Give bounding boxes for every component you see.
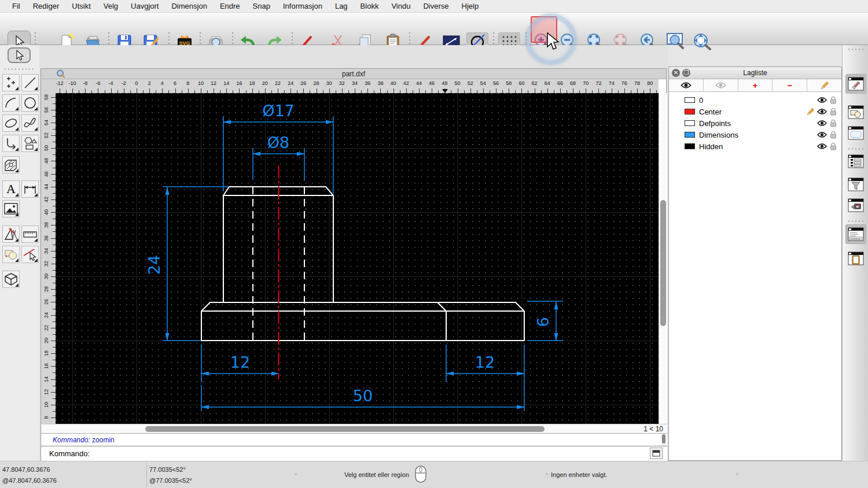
menu-uavgjort[interactable]: Uavgjort [124, 0, 165, 13]
layer-editing-icon [806, 108, 815, 116]
ruler-tick [303, 88, 304, 93]
vertical-scrollbar[interactable] [659, 93, 667, 424]
ruler-label: 74 [605, 80, 618, 86]
selection-filter-panel-button[interactable] [845, 175, 866, 194]
layer-lock-icon[interactable] [830, 142, 837, 150]
layer-list-panel-button[interactable] [845, 151, 866, 171]
circle-tool[interactable] [21, 94, 39, 112]
menu-diverse[interactable]: Diverse [417, 0, 455, 13]
ruler-label: 50 [451, 80, 464, 86]
command-panel-button[interactable] [650, 448, 663, 459]
block-list-panel-button[interactable] [845, 102, 866, 122]
library-browser-panel-button[interactable] [845, 123, 866, 143]
command-history-scrollbar-thumb[interactable] [662, 434, 665, 443]
ruler-tick [51, 353, 56, 354]
horizontal-scrollbar[interactable]: 1 < 10 [41, 424, 667, 433]
ruler-label: 14 [43, 375, 49, 384]
modify-tool[interactable] [2, 225, 20, 243]
pencil-icon [820, 81, 829, 90]
layer-lock-icon[interactable] [830, 119, 837, 127]
menu-informasjon[interactable]: Informasjon [277, 0, 329, 13]
layer-row-0[interactable]: 0 [669, 94, 841, 106]
close-icon[interactable]: ✕ [672, 69, 680, 77]
layer-lock-icon[interactable] [830, 108, 837, 116]
command-line-panel-button[interactable]: Command [845, 224, 866, 244]
drawing-canvas[interactable]: Ø17 Ø8 24 12 12 50 6 [56, 93, 659, 424]
layer-row-dimensions[interactable]: Dimensions [669, 129, 841, 141]
points-tool[interactable] [2, 74, 20, 91]
library-browser-icon [848, 126, 864, 140]
menu-vindu[interactable]: Vindu [385, 0, 417, 13]
dimension-tool[interactable] [21, 180, 39, 198]
ruler-label: 40 [387, 80, 400, 86]
arc-icon [4, 96, 18, 110]
solid-tool[interactable] [2, 271, 20, 288]
menu-fil[interactable]: Fil [6, 0, 27, 13]
layer-color-swatch[interactable] [685, 143, 695, 149]
vertical-scrollbar-thumb[interactable] [660, 200, 666, 326]
edit-layer-button[interactable] [807, 79, 841, 91]
layer-list-icon [848, 154, 864, 168]
layer-visible-icon[interactable] [817, 143, 827, 150]
hide-all-layers-button[interactable] [704, 79, 738, 91]
image-tool[interactable] [2, 200, 20, 217]
remove-layer-button[interactable]: − [773, 79, 807, 91]
ruler-label: 18 [246, 80, 259, 86]
menu-utsikt[interactable]: Utsikt [65, 0, 97, 13]
selection-status: Ingen enheter valgt. [551, 471, 607, 478]
spline-tool[interactable] [21, 114, 39, 132]
layer-row-center[interactable]: Center [669, 106, 841, 117]
menu-dimensjon[interactable]: Dimensjon [165, 0, 213, 13]
command-input[interactable] [93, 449, 667, 458]
horizontal-scrollbar-thumb[interactable] [145, 426, 545, 432]
layer-color-swatch[interactable] [685, 97, 695, 103]
ruler-tick [252, 88, 253, 93]
menu-rediger[interactable]: Rediger [27, 0, 66, 13]
blocks-tool[interactable] [2, 246, 20, 263]
add-layer-button[interactable]: + [738, 79, 773, 91]
measure-tool[interactable] [21, 225, 39, 243]
text-tool[interactable]: A [2, 180, 20, 198]
ruler-label: 36 [43, 234, 49, 243]
ruler-tick [265, 88, 266, 93]
line-tool[interactable] [21, 74, 39, 91]
layer-color-swatch[interactable] [685, 132, 695, 138]
ruler-label: 80 [643, 80, 656, 86]
hatch-tool[interactable] [2, 156, 20, 173]
layer-rows: 0CenterDefpointsDimensionsHidden [669, 94, 841, 152]
ellipse-tool[interactable] [2, 114, 20, 132]
layer-color-swatch[interactable] [685, 120, 695, 126]
ruler-tick [162, 88, 163, 93]
layer-visible-icon[interactable] [817, 97, 827, 103]
float-panel-icon[interactable]: ❐ [682, 69, 690, 77]
layer-color-swatch[interactable] [685, 109, 695, 114]
polygon-tool[interactable] [21, 135, 39, 152]
layer-lock-icon[interactable] [830, 96, 837, 104]
arc-tool[interactable] [2, 94, 20, 112]
menu-blokk[interactable]: Blokk [354, 0, 385, 13]
layer-visible-icon[interactable] [817, 108, 827, 115]
menu-velg[interactable]: Velg [97, 0, 124, 13]
zoom-pan-button[interactable] [693, 32, 711, 51]
select-entity-tool[interactable] [21, 246, 39, 263]
show-all-layers-button[interactable] [669, 79, 704, 91]
view-panel-button[interactable] [845, 195, 866, 215]
property-editor-panel-button[interactable] [845, 74, 866, 94]
command-history-scrollbar[interactable] [661, 434, 666, 446]
polyline-tool[interactable] [2, 135, 20, 152]
ruler-tick [51, 148, 56, 149]
menu-lag[interactable]: Lag [329, 0, 354, 13]
menu-hjelp[interactable]: Hjelp [455, 0, 486, 13]
layer-row-defpoints[interactable]: Defpoints [669, 117, 841, 129]
layer-row-hidden[interactable]: Hidden [669, 141, 841, 152]
menu-endre[interactable]: Endre [214, 0, 247, 13]
clipboard-panel-button[interactable] [845, 249, 866, 268]
layer-lock-icon[interactable] [830, 131, 837, 139]
zoom-redraw-button[interactable] [666, 32, 685, 51]
layer-panel-titlebar[interactable]: ✕ ❐ Lagliste [669, 67, 841, 79]
drawing-window-titlebar[interactable]: part.dxf [41, 69, 666, 79]
layer-visible-icon[interactable] [817, 131, 827, 138]
sidebar-select-button[interactable] [8, 47, 31, 63]
layer-visible-icon[interactable] [817, 120, 827, 127]
menu-snap[interactable]: Snap [247, 0, 277, 13]
